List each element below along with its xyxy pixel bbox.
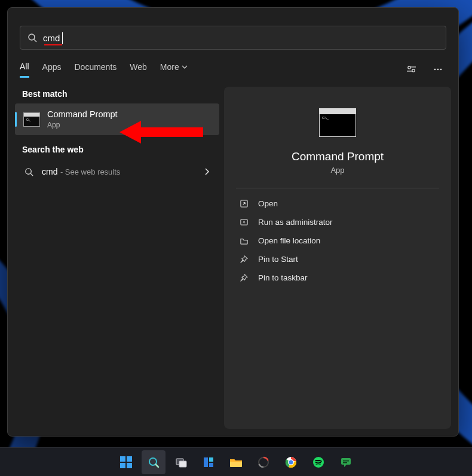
action-run-admin-label: Run as administrator (258, 218, 333, 227)
action-run-admin[interactable]: Run as administrator (236, 213, 439, 231)
action-pin-start[interactable]: Pin to Start (236, 250, 439, 268)
search-box[interactable] (20, 26, 446, 50)
svg-point-25 (289, 459, 293, 464)
svg-line-1 (34, 39, 36, 42)
feedback-icon[interactable] (403, 61, 420, 78)
folder-icon (240, 236, 249, 245)
preview-title: Command Prompt (236, 150, 439, 163)
widgets[interactable] (197, 450, 220, 474)
svg-rect-12 (120, 456, 125, 462)
command-prompt-icon: C:\_ (23, 112, 40, 127)
task-view[interactable] (169, 450, 193, 474)
action-pin-taskbar[interactable]: Pin to taskbar (236, 268, 439, 287)
spellcheck-underline (44, 44, 62, 45)
svg-rect-20 (204, 457, 208, 467)
result-subtitle: App (47, 121, 118, 129)
action-pin-start-label: Pin to Start (258, 255, 298, 264)
filter-tabs: All Apps Documents Web More (20, 60, 446, 78)
svg-rect-14 (120, 463, 125, 468)
chevron-right-icon (204, 168, 210, 175)
svg-rect-19 (179, 461, 186, 467)
svg-rect-21 (209, 457, 213, 462)
windows-logo-icon (119, 456, 133, 469)
tab-more[interactable]: More (160, 62, 188, 77)
tab-all[interactable]: All (20, 62, 29, 78)
file-explorer[interactable] (224, 450, 248, 474)
task-view-icon (175, 456, 187, 468)
search-web-label: Search the web (22, 145, 214, 154)
preview-subtitle: App (236, 166, 439, 175)
chrome[interactable] (279, 450, 303, 474)
admin-icon (240, 218, 249, 227)
tab-documents[interactable]: Documents (74, 62, 117, 77)
widgets-icon (203, 456, 214, 468)
results-column: Best match C:\_ Command Prompt App Searc… (15, 87, 219, 429)
pin-icon (240, 273, 249, 282)
start-button[interactable] (114, 450, 138, 474)
search-icon (24, 167, 33, 176)
svg-point-4 (434, 69, 436, 71)
svg-rect-22 (209, 463, 213, 467)
taskbar (0, 447, 472, 476)
preview-pane: C:\_ Command Prompt App Open Run as admi… (224, 87, 451, 429)
chat-icon (340, 456, 352, 468)
chevron-down-icon (182, 64, 188, 70)
action-pin-taskbar-label: Pin to taskbar (258, 273, 308, 282)
open-icon (240, 199, 249, 208)
tab-more-label: More (160, 62, 179, 72)
spotify[interactable] (307, 450, 330, 474)
tab-apps[interactable]: Apps (42, 62, 62, 77)
folder-icon (229, 456, 243, 468)
svg-point-3 (412, 69, 415, 72)
command-prompt-icon-large: C:\_ (319, 108, 356, 137)
divider (236, 188, 439, 188)
pin-icon (240, 255, 249, 264)
svg-rect-15 (127, 463, 132, 468)
svg-line-8 (30, 173, 33, 176)
result-title: Command Prompt (47, 109, 118, 120)
circle-segmented-icon (258, 456, 269, 468)
svg-point-5 (437, 69, 439, 71)
tab-web[interactable]: Web (130, 62, 147, 77)
svg-line-17 (156, 464, 159, 467)
action-open-label: Open (258, 199, 278, 208)
action-open[interactable]: Open (236, 194, 439, 213)
taskbar-search[interactable] (142, 450, 165, 474)
web-query: cmd (42, 167, 57, 176)
spotify-icon (312, 456, 324, 468)
web-result-cmd[interactable]: cmd - See web results (15, 159, 219, 184)
svg-point-6 (440, 69, 442, 71)
svg-rect-10 (241, 219, 247, 225)
svg-rect-28 (343, 460, 349, 462)
search-input[interactable] (43, 33, 439, 43)
svg-rect-13 (127, 456, 132, 462)
taskbar-app-chat[interactable] (334, 450, 358, 474)
svg-point-0 (29, 34, 35, 40)
more-options-icon[interactable] (430, 61, 446, 78)
web-hint: - See web results (60, 167, 120, 176)
svg-point-7 (26, 169, 31, 174)
search-icon (148, 456, 160, 468)
action-open-location[interactable]: Open file location (236, 231, 439, 250)
chrome-icon (285, 456, 297, 468)
best-match-label: Best match (22, 89, 214, 99)
svg-point-2 (408, 66, 410, 69)
action-list: Open Run as administrator Open file loca… (236, 194, 439, 287)
search-icon (27, 33, 37, 42)
start-search-panel: All Apps Documents Web More Best match (7, 7, 459, 437)
action-open-location-label: Open file location (258, 236, 320, 245)
result-command-prompt[interactable]: C:\_ Command Prompt App (15, 103, 219, 135)
svg-rect-29 (343, 462, 347, 463)
taskbar-app-1[interactable] (252, 450, 275, 474)
text-cursor (62, 32, 63, 44)
